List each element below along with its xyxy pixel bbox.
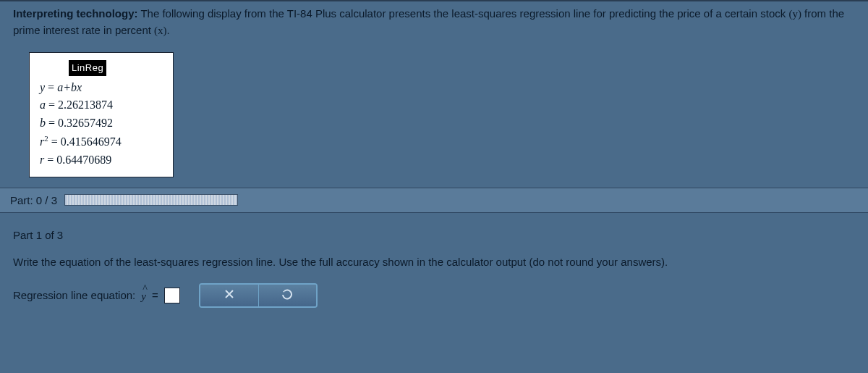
intro-heading: Interpreting technology:: [13, 7, 138, 20]
close-icon: [224, 288, 235, 303]
calc-b-label: b: [40, 117, 46, 129]
equals-sign: =: [152, 289, 158, 301]
answer-label: Regression line equation:: [13, 289, 135, 301]
calc-a-line: a = 2.26213874: [37, 96, 166, 114]
part-progress-label: Part: 0 / 3: [10, 194, 57, 206]
calc-b-line: b = 0.32657492: [37, 114, 166, 133]
intro-text: Interpreting technology: The following d…: [0, 0, 868, 46]
clear-button[interactable]: [200, 285, 258, 306]
calc-equation: y = a+bx: [37, 79, 166, 97]
progress-track: [64, 194, 238, 206]
intro-x-var: (x): [154, 25, 167, 36]
part-body: Part 1 of 3 Write the equation of the le…: [0, 213, 868, 318]
calc-eq-rhs: a+bx: [57, 81, 82, 93]
linreg-title: LinReg: [69, 60, 106, 76]
caret-icon: ^: [142, 283, 148, 295]
calc-r-label: r: [40, 154, 44, 166]
calc-a-label: a: [40, 99, 46, 111]
calc-r2-value: 0.415646974: [61, 135, 122, 148]
answer-row: Regression line equation: ^ y =: [13, 283, 855, 308]
part-progress-bar: Part: 0 / 3: [0, 188, 868, 213]
calc-a-value: 2.26213874: [58, 99, 113, 111]
undo-icon: [281, 288, 293, 303]
calc-r2-line: r2 = 0.415646974: [37, 133, 166, 151]
reset-button[interactable]: [258, 285, 316, 306]
question-prompt: Write the equation of the least-squares …: [13, 254, 855, 270]
calc-eq-lhs: y: [40, 81, 45, 93]
y-hat-symbol: ^ y: [141, 288, 146, 303]
intro-y-var: (y): [788, 8, 801, 20]
calculator-display: LinReg y = a+bx a = 2.26213874 b = 0.326…: [29, 52, 174, 177]
calc-r2-exp: 2: [44, 134, 48, 143]
calc-r-value: 0.64470689: [56, 154, 111, 166]
intro-segment-1: The following display from the TI-84 Plu…: [138, 7, 789, 20]
regression-equation-input[interactable]: [164, 288, 180, 303]
action-button-group: [199, 283, 318, 308]
intro-segment-3: .: [167, 24, 170, 36]
part-title: Part 1 of 3: [13, 229, 855, 241]
calc-r-line: r = 0.64470689: [37, 151, 166, 169]
calc-b-value: 0.32657492: [58, 117, 113, 129]
